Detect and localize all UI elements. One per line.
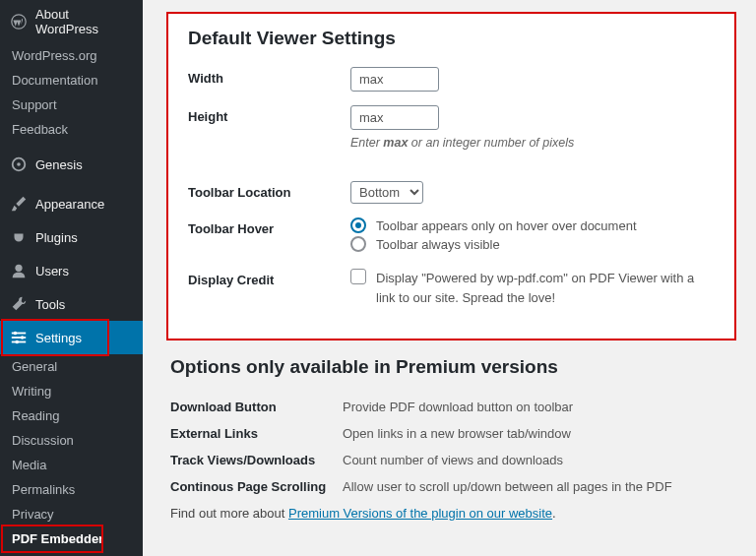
external-links-label: External Links xyxy=(170,426,343,441)
appearance-label: Appearance xyxy=(35,197,104,212)
documentation-link[interactable]: Documentation xyxy=(0,68,143,93)
tools-menu[interactable]: Tools xyxy=(0,287,143,321)
always-visible-label: Toolbar always visible xyxy=(376,237,500,252)
external-links-desc: Open links in a new browser tab/window xyxy=(343,426,732,441)
feedback-link[interactable]: Feedback xyxy=(0,117,143,142)
general-link[interactable]: General xyxy=(0,354,143,379)
users-icon xyxy=(10,262,28,279)
premium-link[interactable]: Premium Versions of the plugin on our we… xyxy=(288,506,552,521)
track-views-desc: Count number of views and downloads xyxy=(343,453,732,467)
hover-only-label: Toolbar appears only on hover over docum… xyxy=(376,218,637,233)
cont-scroll-label: Continous Page Scrolling xyxy=(170,479,343,494)
discussion-link[interactable]: Discussion xyxy=(0,428,143,453)
display-credit-label: Display Credit xyxy=(188,269,350,287)
appearance-menu[interactable]: Appearance xyxy=(0,187,143,220)
settings-menu[interactable]: Settings xyxy=(0,321,143,354)
svg-point-8 xyxy=(21,336,25,340)
toolbar-location-label: Toolbar Location xyxy=(188,181,350,200)
svg-point-7 xyxy=(14,332,18,336)
about-wordpress-item[interactable]: About WordPress xyxy=(0,0,143,43)
width-input[interactable] xyxy=(350,67,439,92)
about-wordpress-label: About WordPress xyxy=(35,7,133,36)
users-label: Users xyxy=(35,264,69,278)
wrench-icon xyxy=(10,295,28,313)
default-viewer-panel: Default Viewer Settings Width Height Ent… xyxy=(166,12,736,340)
genesis-menu[interactable]: Genesis xyxy=(0,148,143,181)
hover-only-radio[interactable] xyxy=(350,217,366,233)
svg-point-3 xyxy=(15,265,22,272)
download-button-label: Download Button xyxy=(170,400,343,414)
brush-icon xyxy=(10,195,28,213)
display-credit-checkbox[interactable] xyxy=(350,269,366,284)
cont-scroll-desc: Allow user to scroll up/down between all… xyxy=(343,479,732,494)
genesis-label: Genesis xyxy=(35,157,83,172)
svg-point-9 xyxy=(15,340,19,344)
writing-link[interactable]: Writing xyxy=(0,379,143,403)
toolbar-location-select[interactable]: Bottom xyxy=(350,181,423,204)
users-menu[interactable]: Users xyxy=(0,254,143,287)
premium-heading: Options only available in Premium versio… xyxy=(170,356,732,378)
download-button-desc: Provide PDF download button on toolbar xyxy=(343,400,732,414)
height-label: Height xyxy=(188,105,350,124)
panel-heading: Default Viewer Settings xyxy=(188,28,715,49)
settings-content: Default Viewer Settings Width Height Ent… xyxy=(143,0,756,556)
toolbar-hover-label: Toolbar Hover xyxy=(188,217,350,236)
display-credit-text: Display "Powered by wp-pdf.com" on PDF V… xyxy=(376,269,715,307)
plug-icon xyxy=(10,228,28,246)
plugins-label: Plugins xyxy=(35,230,78,245)
svg-point-2 xyxy=(17,162,21,166)
height-input[interactable] xyxy=(350,105,439,130)
genesis-icon xyxy=(10,155,28,173)
wordpress-org-link[interactable]: WordPress.org xyxy=(0,43,143,68)
width-label: Width xyxy=(188,67,350,86)
premium-panel: Options only available in Premium versio… xyxy=(166,356,736,521)
privacy-link[interactable]: Privacy xyxy=(0,502,143,526)
settings-label: Settings xyxy=(35,331,82,345)
wordpress-icon xyxy=(10,13,28,31)
support-link[interactable]: Support xyxy=(0,93,143,117)
pdf-embedder-label: PDF Embedder xyxy=(12,531,103,546)
media-link[interactable]: Media xyxy=(0,453,143,477)
size-hint: Enter max or an integer number of pixels xyxy=(350,136,715,150)
sliders-icon xyxy=(10,329,28,346)
permalinks-link[interactable]: Permalinks xyxy=(0,477,143,502)
tools-label: Tools xyxy=(35,297,65,312)
always-visible-radio[interactable] xyxy=(350,236,366,252)
reading-link[interactable]: Reading xyxy=(0,403,143,428)
admin-sidebar: About WordPress WordPress.org Documentat… xyxy=(0,0,143,556)
pdf-embedder-link[interactable]: PDF Embedder xyxy=(0,526,143,551)
track-views-label: Track Views/Downloads xyxy=(170,453,343,467)
plugins-menu[interactable]: Plugins xyxy=(0,220,143,254)
find-out-more: Find out more about Premium Versions of … xyxy=(170,506,732,521)
